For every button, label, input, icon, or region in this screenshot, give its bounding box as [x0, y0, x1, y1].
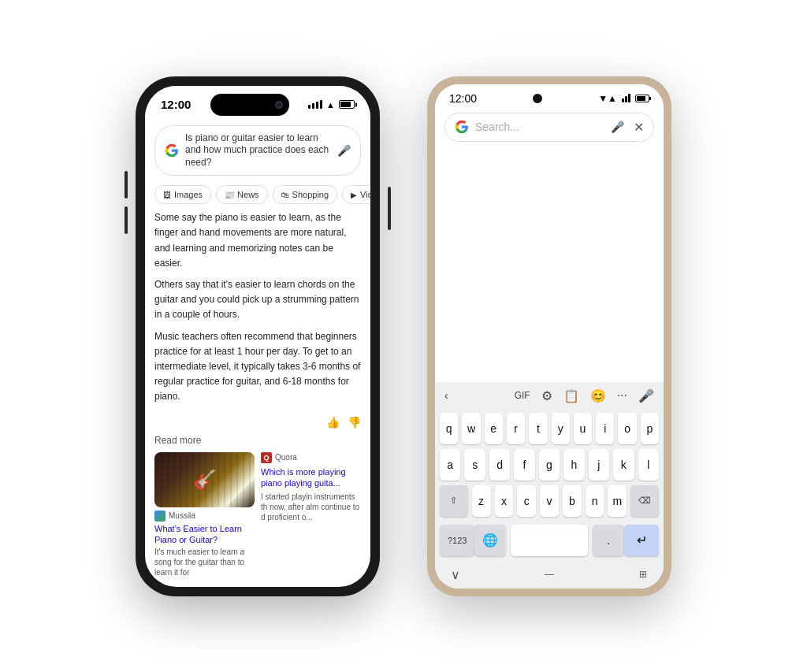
keyboard-collapse-button[interactable]: ‹ — [444, 389, 448, 402]
key-k[interactable]: k — [613, 449, 634, 481]
key-u[interactable]: u — [574, 413, 592, 444]
key-o[interactable]: o — [618, 413, 636, 444]
key-h[interactable]: h — [563, 449, 584, 481]
battery-fill — [340, 102, 351, 107]
guitar-piano-icon: 🎸 — [193, 469, 217, 491]
android-wifi-icon: ▼▲ — [598, 93, 617, 104]
ai-response: Some say the piano is easier to learn, a… — [154, 210, 361, 404]
emoji-sticker-icon[interactable]: 😊 — [590, 388, 606, 403]
filter-label-shopping: Shopping — [292, 190, 329, 199]
key-backspace[interactable]: ⌫ — [630, 485, 659, 517]
more-icon[interactable]: ··· — [617, 388, 627, 403]
filter-tab-news[interactable]: 📰 News — [216, 185, 268, 204]
keyboard-mic-icon[interactable]: 🎤 — [638, 388, 654, 403]
keyboard-toolbar: ‹ GIF ⚙ 📋 😊 ··· 🎤 — [435, 382, 664, 410]
key-f[interactable]: f — [514, 449, 534, 481]
ai-paragraph-3: Music teachers often recommend that begi… — [154, 329, 361, 405]
key-v[interactable]: v — [540, 485, 559, 517]
key-r[interactable]: r — [507, 413, 525, 444]
gif-button[interactable]: GIF — [515, 390, 530, 401]
android-search-bar[interactable]: Search... 🎤 ✕ — [444, 113, 654, 142]
android-battery-icon — [635, 95, 649, 102]
key-p[interactable]: p — [641, 413, 659, 444]
iphone-mic-icon[interactable]: 🎤 — [337, 144, 351, 157]
nav-back-button[interactable]: ∨ — [451, 567, 460, 582]
key-z[interactable]: z — [472, 485, 491, 517]
thumbs-up-button[interactable]: 👍 — [326, 416, 340, 429]
wifi-icon: ▲ — [326, 100, 335, 110]
key-period[interactable]: . — [593, 525, 624, 556]
key-d[interactable]: d — [489, 449, 510, 481]
feedback-row: 👍 👎 — [154, 413, 361, 435]
card-mussila[interactable]: 🎸 Mussila What's Easier to Learn Piano o… — [154, 452, 255, 578]
key-w[interactable]: w — [462, 413, 480, 444]
google-logo — [165, 143, 179, 158]
android-search-placeholder: Search... — [475, 121, 604, 133]
key-a[interactable]: a — [440, 449, 460, 481]
filter-tab-video[interactable]: ▶ Vide... — [342, 185, 370, 204]
key-numbers[interactable]: ?123 — [440, 525, 474, 556]
key-shift[interactable]: ⇧ — [440, 485, 468, 517]
iphone-screen: 12:00 ▲ — [145, 86, 370, 587]
quora-header: Q Quora — [261, 452, 361, 463]
key-y[interactable]: y — [552, 413, 570, 444]
key-j[interactable]: j — [589, 449, 609, 481]
result-cards: 🎸 Mussila What's Easier to Learn Piano o… — [154, 452, 361, 578]
card-mussila-source: Mussila — [154, 510, 255, 522]
filter-label-video: Vide... — [360, 190, 370, 199]
key-e[interactable]: e — [485, 413, 503, 444]
card-quora[interactable]: Q Quora Which is more playing piano play… — [261, 452, 361, 578]
iphone-time: 12:00 — [161, 98, 191, 111]
card-mussila-name: Mussila — [169, 511, 195, 520]
key-l[interactable]: l — [638, 449, 659, 481]
key-b[interactable]: b — [563, 485, 582, 517]
filter-tab-shopping[interactable]: 🛍 Shopping — [273, 185, 338, 204]
key-g[interactable]: g — [539, 449, 560, 481]
key-space[interactable] — [511, 525, 588, 556]
key-c[interactable]: c — [517, 485, 536, 517]
key-s[interactable]: s — [464, 449, 485, 481]
quora-name: Quora — [275, 453, 297, 462]
key-enter[interactable]: ↵ — [624, 525, 659, 556]
keyboard-row-2: a s d f g h j k l — [440, 449, 659, 481]
iphone-search-query: Is piano or guitar easier to learn and h… — [185, 132, 331, 169]
card-mussila-desc: It's much easier to learn a song for the… — [154, 547, 255, 577]
filter-tab-images[interactable]: 🖼 Images — [154, 185, 211, 204]
iphone-search-bar[interactable]: Is piano or guitar easier to learn and h… — [154, 125, 361, 176]
android-status-bar: 12:00 ▼▲ — [435, 84, 664, 108]
key-x[interactable]: x — [495, 485, 514, 517]
iphone-scroll-content: Some say the piano is easier to learn, a… — [145, 210, 370, 586]
iphone-device: 12:00 ▲ — [136, 76, 380, 596]
iphone-notch — [210, 94, 289, 116]
read-more-link[interactable]: Read more — [154, 435, 361, 446]
video-icon: ▶ — [351, 191, 357, 199]
android-battery-fill — [637, 96, 645, 101]
filter-label-images: Images — [174, 190, 203, 199]
clipboard-icon[interactable]: 📋 — [563, 388, 579, 403]
ai-paragraph-1: Some say the piano is easier to learn, a… — [154, 210, 361, 271]
filter-tabs: 🖼 Images 📰 News 🛍 Shopping ▶ Vide... — [145, 182, 370, 210]
key-t[interactable]: t — [529, 413, 547, 444]
key-q[interactable]: q — [440, 413, 458, 444]
android-signal-icon — [622, 94, 630, 102]
power-button[interactable] — [388, 187, 391, 230]
volume-up-button[interactable] — [125, 171, 128, 199]
volume-down-button[interactable] — [125, 206, 128, 234]
key-m[interactable]: m — [608, 485, 627, 517]
key-emoji[interactable]: 🌐 — [474, 525, 506, 556]
settings-icon[interactable]: ⚙ — [541, 388, 552, 403]
shopping-icon: 🛍 — [281, 191, 289, 199]
android-mic-icon[interactable]: 🎤 — [611, 121, 624, 133]
card-mussila-image: 🎸 — [154, 452, 255, 507]
iphone-status-bar: 12:00 ▲ — [145, 86, 370, 119]
ai-paragraph-2: Others say that it's easier to learn cho… — [154, 277, 361, 323]
android-device: 12:00 ▼▲ — [427, 76, 671, 596]
android-close-icon[interactable]: ✕ — [634, 120, 644, 135]
card-mussila-title: What's Easier to Learn Piano or Guitar? — [154, 523, 255, 546]
key-n[interactable]: n — [586, 485, 604, 517]
nav-recents-button[interactable]: ⊞ — [639, 569, 648, 580]
thumbs-down-button[interactable]: 👎 — [348, 416, 361, 429]
keyboard-row-3: ⇧ z x c v b n m ⌫ — [440, 485, 659, 517]
quora-logo: Q — [261, 452, 272, 463]
key-i[interactable]: i — [596, 413, 614, 444]
